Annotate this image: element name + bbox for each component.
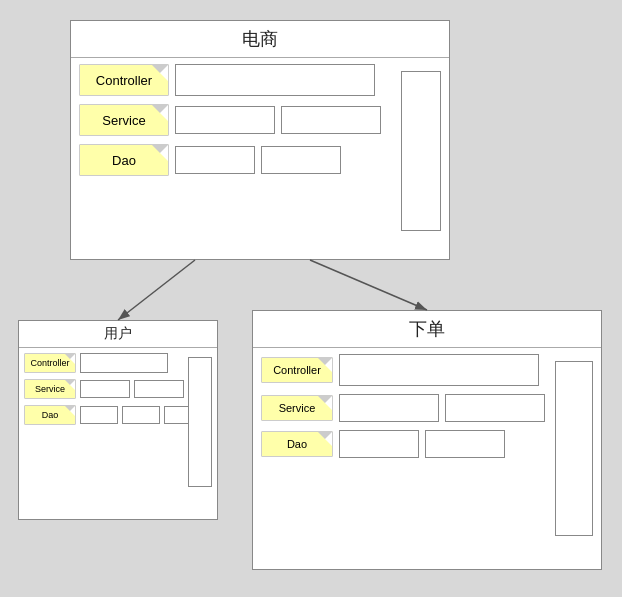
ecommerce-service-rect2 xyxy=(281,106,381,134)
order-side-rect xyxy=(555,361,593,536)
order-dao-row: Dao xyxy=(253,426,601,462)
order-dao-rect2 xyxy=(425,430,505,458)
ecommerce-controller-row: Controller xyxy=(71,60,449,100)
user-service-rect2 xyxy=(134,380,184,398)
ecommerce-side-rect xyxy=(401,71,441,231)
ecommerce-title: 电商 xyxy=(71,21,449,55)
user-dao-label: Dao xyxy=(24,405,76,425)
ecommerce-service-label: Service xyxy=(79,104,169,136)
user-dao-rect2 xyxy=(122,406,160,424)
ecommerce-dao-row: Dao xyxy=(71,140,449,180)
order-controller-row: Controller xyxy=(253,350,601,390)
user-title: 用户 xyxy=(19,321,217,345)
svg-line-1 xyxy=(118,260,195,320)
diagram-container: 电商 Controller Service Dao 用户 Controller xyxy=(0,0,622,597)
order-module: 下单 Controller Service Dao xyxy=(252,310,602,570)
ecommerce-dao-rect2 xyxy=(261,146,341,174)
user-module: 用户 Controller Service Dao xyxy=(18,320,218,520)
order-dao-label: Dao xyxy=(261,431,333,457)
order-service-rect2 xyxy=(445,394,545,422)
order-service-rect1 xyxy=(339,394,439,422)
order-controller-label: Controller xyxy=(261,357,333,383)
user-controller-rect1 xyxy=(80,353,168,373)
order-title: 下单 xyxy=(253,311,601,345)
order-dao-rect1 xyxy=(339,430,419,458)
ecommerce-dao-rect1 xyxy=(175,146,255,174)
user-service-label: Service xyxy=(24,379,76,399)
order-service-row: Service xyxy=(253,390,601,426)
ecommerce-service-row: Service xyxy=(71,100,449,140)
user-controller-label: Controller xyxy=(24,353,76,373)
order-controller-rect1 xyxy=(339,354,539,386)
ecommerce-module: 电商 Controller Service Dao xyxy=(70,20,450,260)
order-service-label: Service xyxy=(261,395,333,421)
ecommerce-controller-rect1 xyxy=(175,64,375,96)
user-service-rect1 xyxy=(80,380,130,398)
svg-line-2 xyxy=(310,260,427,310)
ecommerce-service-rect1 xyxy=(175,106,275,134)
ecommerce-controller-label: Controller xyxy=(79,64,169,96)
user-dao-rect1 xyxy=(80,406,118,424)
user-side-rect xyxy=(188,357,212,487)
ecommerce-dao-label: Dao xyxy=(79,144,169,176)
